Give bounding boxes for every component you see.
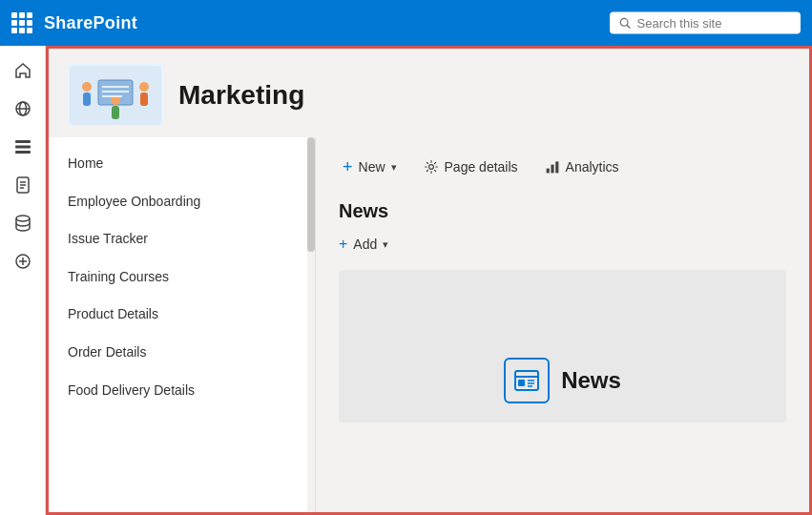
svg-line-1 <box>627 25 630 28</box>
left-navigation: Home Employee Onboarding Issue Tracker T… <box>49 137 316 512</box>
svg-rect-19 <box>83 93 91 106</box>
plus-icon: + <box>343 158 353 175</box>
search-box[interactable] <box>610 12 801 34</box>
svg-rect-5 <box>15 140 31 143</box>
top-navigation-bar: SharePoint <box>0 0 812 46</box>
news-card-label: News <box>561 367 621 394</box>
new-button[interactable]: + New ▾ <box>339 153 401 181</box>
waffle-menu-icon[interactable] <box>11 12 32 33</box>
svg-rect-21 <box>140 93 148 106</box>
left-sidebar <box>0 46 46 515</box>
svg-rect-6 <box>15 146 31 149</box>
site-header: Marketing <box>49 49 809 137</box>
news-card-area: News <box>339 270 786 422</box>
page-details-label: Page details <box>445 159 518 175</box>
news-title: News <box>339 200 786 222</box>
add-plus-icon: + <box>339 236 347 253</box>
nav-item-training-courses[interactable]: Training Courses <box>49 258 315 297</box>
scrollbar-track <box>307 137 315 512</box>
nav-item-home[interactable]: Home <box>49 145 315 183</box>
site-logo <box>68 64 163 126</box>
svg-point-18 <box>82 82 92 92</box>
nav-item-product-details[interactable]: Product Details <box>49 296 315 334</box>
nav-item-employee-onboarding[interactable]: Employee Onboarding <box>49 183 315 221</box>
add-news-button[interactable]: + Add ▾ <box>339 232 388 257</box>
new-chevron-icon: ▾ <box>391 161 397 174</box>
database-icon[interactable] <box>6 206 40 240</box>
news-section: News + Add ▾ <box>339 200 786 422</box>
svg-rect-33 <box>518 380 525 386</box>
gear-icon <box>424 159 439 175</box>
analytics-icon <box>545 159 560 175</box>
search-icon <box>619 16 632 30</box>
scrollbar-thumb[interactable] <box>307 137 315 252</box>
svg-rect-23 <box>112 106 119 119</box>
nav-list: Home Employee Onboarding Issue Tracker T… <box>49 137 315 417</box>
analytics-label: Analytics <box>566 159 619 175</box>
nav-item-order-details[interactable]: Order Details <box>49 334 315 372</box>
right-content: + New ▾ Page details <box>316 137 809 512</box>
svg-rect-30 <box>555 161 558 173</box>
list-icon[interactable] <box>6 130 40 164</box>
search-input[interactable] <box>637 16 791 31</box>
home-icon[interactable] <box>6 53 40 88</box>
svg-point-12 <box>16 216 30 221</box>
main-content-area: Marketing Home Employee Onboarding Issue… <box>46 46 812 515</box>
svg-rect-29 <box>551 165 553 174</box>
site-title: Marketing <box>178 80 304 111</box>
globe-icon[interactable] <box>6 92 40 126</box>
svg-point-20 <box>139 82 149 92</box>
content-row: Home Employee Onboarding Issue Tracker T… <box>49 137 809 512</box>
news-card-icon <box>504 358 550 403</box>
new-button-label: New <box>359 159 385 175</box>
add-circle-icon[interactable] <box>6 244 40 278</box>
svg-rect-7 <box>15 151 31 154</box>
brand-name: SharePoint <box>44 13 137 33</box>
add-chevron-icon: ▾ <box>383 238 388 251</box>
nav-item-issue-tracker[interactable]: Issue Tracker <box>49 220 315 258</box>
nav-item-food-delivery-details[interactable]: Food Delivery Details <box>49 372 315 410</box>
page-details-button[interactable]: Page details <box>420 154 522 180</box>
document-icon[interactable] <box>6 168 40 202</box>
svg-rect-28 <box>546 169 549 174</box>
toolbar: + New ▾ Page details <box>339 153 786 181</box>
news-card-bottom: News <box>358 358 767 403</box>
analytics-button[interactable]: Analytics <box>541 154 623 180</box>
svg-point-27 <box>428 165 433 170</box>
add-label: Add <box>353 237 377 252</box>
